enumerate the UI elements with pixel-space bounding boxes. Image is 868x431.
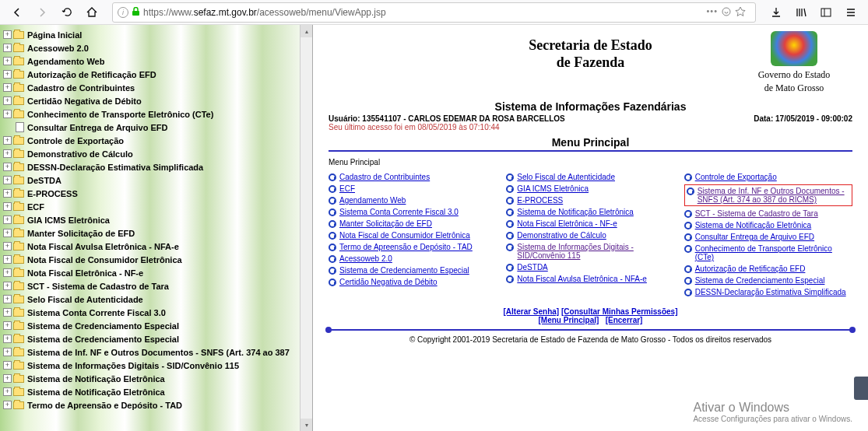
menu-link[interactable]: Sistema Conta Corrente Fiscal 3.0 bbox=[339, 208, 459, 216]
menu-link[interactable]: Cadastro de Contribuintes bbox=[339, 173, 430, 181]
menu-link[interactable]: Agendamento Web bbox=[339, 196, 406, 205]
reload-button[interactable] bbox=[56, 2, 78, 23]
teamviewer-icon[interactable] bbox=[854, 377, 868, 400]
menu-principal-link[interactable]: [Menu Principal] bbox=[539, 316, 599, 324]
expand-icon[interactable]: + bbox=[3, 361, 12, 370]
menu-link[interactable]: Termo de Apreensão e Depósito - TAD bbox=[339, 243, 473, 251]
forward-button[interactable] bbox=[31, 2, 53, 23]
tree-item[interactable]: +Sistema de Credenciamento Especial bbox=[0, 332, 312, 345]
tree-item[interactable]: +Acessoweb 2.0 bbox=[0, 41, 312, 54]
expand-icon[interactable]: + bbox=[3, 202, 12, 211]
home-button[interactable] bbox=[81, 2, 103, 23]
tree-item[interactable]: +Sistema de Credenciamento Especial bbox=[0, 319, 312, 332]
tree-item[interactable]: +Sistema de Inf. NF e Outros Documentos … bbox=[0, 345, 312, 359]
expand-icon[interactable]: + bbox=[3, 216, 12, 224]
expand-icon[interactable]: + bbox=[3, 295, 12, 303]
tree-item[interactable]: Consultar Entrega de Arquivo EFD bbox=[0, 121, 312, 134]
expand-icon[interactable]: + bbox=[3, 57, 12, 65]
tree-item[interactable]: +Certidão Negativa de Débito bbox=[0, 94, 312, 107]
expand-icon[interactable]: + bbox=[3, 176, 12, 184]
menu-link[interactable]: Certidão Negativa de Débito bbox=[339, 278, 438, 286]
tree-item[interactable]: +Manter Solicitação de EFD bbox=[0, 226, 312, 240]
expand-icon[interactable]: + bbox=[3, 308, 12, 317]
tree-item[interactable]: +Demonstrativo de Cálculo bbox=[0, 147, 312, 160]
menu-link[interactable]: Controle de Exportação bbox=[695, 173, 777, 181]
sidebar-button[interactable] bbox=[815, 2, 837, 23]
consultar-permissoes-link[interactable]: [Consultar Minhas Permissões] bbox=[561, 307, 677, 316]
expand-icon[interactable]: + bbox=[3, 96, 12, 105]
alterar-senha-link[interactable]: [Alterar Senha] bbox=[504, 307, 560, 316]
expand-icon[interactable]: + bbox=[3, 30, 12, 39]
expand-icon[interactable]: + bbox=[3, 321, 12, 330]
tree-item[interactable]: +Cadastro de Contribuintes bbox=[0, 81, 312, 94]
tree-item[interactable]: +Página Inicial bbox=[0, 28, 312, 41]
tree-item[interactable]: +E-PROCESS bbox=[0, 187, 312, 200]
bookmark-icon[interactable] bbox=[735, 6, 746, 19]
menu-link[interactable]: Autorização de Retificação EFD bbox=[695, 265, 806, 273]
page-action-dots-icon[interactable]: ••• bbox=[706, 6, 718, 19]
expand-icon[interactable]: + bbox=[3, 282, 12, 290]
expand-icon[interactable]: + bbox=[3, 189, 12, 198]
expand-icon[interactable]: + bbox=[3, 242, 12, 251]
info-icon[interactable]: i bbox=[118, 7, 128, 18]
menu-button[interactable] bbox=[840, 2, 862, 23]
scroll-up-icon[interactable]: ▴ bbox=[300, 25, 312, 37]
tree-item[interactable]: +Controle de Exportação bbox=[0, 134, 312, 147]
menu-link[interactable]: Nota Fiscal de Consumidor Eletrônica bbox=[339, 231, 470, 240]
tree-item[interactable]: +Selo Fiscal de Autenticidade bbox=[0, 293, 312, 306]
menu-link[interactable]: Sistema de Notificação Eletrônica bbox=[517, 208, 634, 216]
menu-link[interactable]: Sistema de Credenciamento Especial bbox=[339, 266, 469, 275]
expand-icon[interactable]: + bbox=[3, 255, 12, 264]
menu-link[interactable]: SCT - Sistema de Cadastro de Tara bbox=[695, 209, 818, 218]
tree-item[interactable]: +GIA ICMS Eletrônica bbox=[0, 213, 312, 226]
downloads-button[interactable] bbox=[765, 2, 787, 23]
address-bar[interactable]: i https://www.sefaz.mt.gov.br/acessoweb/… bbox=[112, 2, 756, 23]
menu-link[interactable]: Sistema de Credenciamento Especial bbox=[695, 276, 825, 285]
expand-icon[interactable]: + bbox=[3, 110, 12, 118]
expand-icon[interactable]: + bbox=[3, 387, 12, 396]
tree-scrollbar[interactable]: ▴ ▾ bbox=[300, 25, 312, 431]
expand-icon[interactable]: + bbox=[3, 136, 12, 145]
tree-item[interactable]: +Nota Fiscal de Consumidor Eletrônica bbox=[0, 253, 312, 266]
tree-item[interactable]: +Autorização de Retificação EFD bbox=[0, 68, 312, 81]
tree-item[interactable]: +Sistema de Informações Digitais - SID/C… bbox=[0, 359, 312, 372]
expand-icon[interactable]: + bbox=[3, 401, 12, 409]
tree-item[interactable]: +Nota Fiscal Eletrônica - NF-e bbox=[0, 266, 312, 279]
scroll-down-icon[interactable]: ▾ bbox=[300, 419, 312, 431]
tree-item[interactable]: +Conhecimento de Transporte Eletrônico (… bbox=[0, 107, 312, 121]
tree-item[interactable]: +DESSN-Declaração Estimativa Simplificad… bbox=[0, 160, 312, 173]
expand-icon[interactable]: + bbox=[3, 163, 12, 171]
menu-link[interactable]: Nota Fiscal Avulsa Eletrônica - NFA-e bbox=[517, 275, 647, 283]
tree-item[interactable]: +Nota Fiscal Avulsa Eletrônica - NFA-e bbox=[0, 240, 312, 253]
expand-icon[interactable]: + bbox=[3, 335, 12, 343]
tree-item[interactable]: +Agendamento Web bbox=[0, 54, 312, 68]
reader-icon[interactable] bbox=[721, 6, 732, 19]
menu-link[interactable]: Consultar Entrega de Arquivo EFD bbox=[695, 233, 814, 241]
menu-link[interactable]: ECF bbox=[339, 184, 355, 193]
expand-icon[interactable]: + bbox=[3, 44, 12, 52]
expand-icon[interactable]: + bbox=[3, 374, 12, 383]
menu-link[interactable]: GIA ICMS Eletrônica bbox=[517, 184, 589, 193]
menu-link[interactable]: Manter Solicitação de EFD bbox=[339, 219, 432, 228]
encerrar-link[interactable]: [Encerrar] bbox=[606, 316, 643, 324]
tree-item[interactable]: +SCT - Sistema de Cadastro de Tara bbox=[0, 279, 312, 293]
tree-item[interactable]: +Sistema Conta Corrente Fiscal 3.0 bbox=[0, 306, 312, 319]
tree-item[interactable]: +ECF bbox=[0, 200, 312, 213]
tree-item[interactable]: +Termo de Apreensão e Depósito - TAD bbox=[0, 398, 312, 412]
menu-link[interactable]: Nota Fiscal Eletrônica - NF-e bbox=[517, 219, 617, 228]
expand-icon[interactable]: + bbox=[3, 229, 12, 237]
menu-link[interactable]: Sistema de Informações Digitais - SID/Co… bbox=[517, 243, 674, 260]
menu-link[interactable]: DESSN-Declaração Estimativa Simplificada bbox=[695, 288, 846, 296]
expand-icon[interactable]: + bbox=[3, 348, 12, 356]
menu-link[interactable]: Sistema de Inf. NF e Outros Documentos -… bbox=[698, 187, 850, 204]
menu-link[interactable]: Selo Fiscal de Autenticidade bbox=[517, 173, 615, 181]
menu-link[interactable]: Sistema de Notificação Eletrônica bbox=[695, 221, 812, 230]
expand-icon[interactable]: + bbox=[3, 149, 12, 158]
library-button[interactable] bbox=[790, 2, 812, 23]
menu-link[interactable]: E-PROCESS bbox=[517, 196, 563, 205]
menu-link[interactable]: Demonstrativo de Cálculo bbox=[517, 231, 606, 240]
tree-item[interactable]: +DeSTDA bbox=[0, 173, 312, 187]
back-button[interactable] bbox=[6, 2, 28, 23]
menu-link[interactable]: Acessoweb 2.0 bbox=[339, 254, 392, 263]
expand-icon[interactable]: + bbox=[3, 268, 12, 277]
